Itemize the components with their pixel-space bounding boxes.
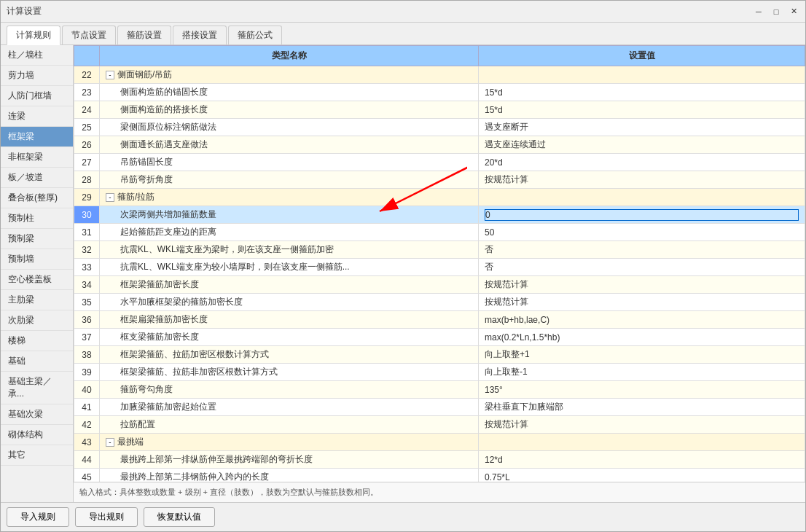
tab-stirrup-formula[interactable]: 箍筋公式 <box>228 26 282 44</box>
row-value: 向上取整-1 <box>479 364 805 381</box>
row-label: 吊筋锚固长度 <box>100 154 479 171</box>
row-number: 40 <box>74 381 100 399</box>
row-label: -箍筋/拉筋 <box>100 189 479 206</box>
sidebar-item-stair[interactable]: 楼梯 <box>1 331 73 351</box>
row-label: 起始箍筋距支座边的距离 <box>100 224 479 241</box>
sidebar-item-column[interactable]: 柱／墙柱 <box>1 45 73 66</box>
sidebar-item-precast-beam[interactable]: 预制梁 <box>1 229 73 249</box>
row-number: 24 <box>74 101 100 119</box>
import-rules-button[interactable]: 导入规则 <box>7 507 69 527</box>
tab-overlap-settings[interactable]: 搭接设置 <box>173 26 227 44</box>
row-value: 0.75*L <box>479 469 805 482</box>
sidebar-item-others[interactable]: 其它 <box>1 445 73 466</box>
sidebar-item-blast-door[interactable]: 人防门框墙 <box>1 86 73 106</box>
row-label: 加腋梁箍筋加密起始位置 <box>100 399 479 416</box>
row-label: 水平加腋框架梁的箍筋加密长度 <box>100 294 479 311</box>
table-row: 24侧面构造筋的搭接长度15*d <box>74 101 805 119</box>
row-value: max(0.2*Ln,1.5*hb) <box>479 329 805 346</box>
sidebar: 柱／墙柱 剪力墙 人防门框墙 连梁 框架梁 非框架梁 板／坡道 叠合板(整厚) … <box>1 45 74 502</box>
row-label: 吊筋弯折角度 <box>100 171 479 189</box>
row-value: 遇支座断开 <box>479 119 805 136</box>
window-controls: ─ □ ✕ <box>753 6 799 17</box>
row-number: 27 <box>74 154 100 171</box>
row-value <box>479 189 805 206</box>
col-type-header: 类型名称 <box>100 46 479 66</box>
row-number: 22 <box>74 66 100 84</box>
row-number: 45 <box>74 469 100 482</box>
minimize-button[interactable]: ─ <box>753 6 764 17</box>
table-row: 42拉筋配置按规范计算 <box>74 416 805 434</box>
sidebar-item-coupling-beam[interactable]: 连梁 <box>1 106 73 127</box>
table-row: 34框架梁箍筋加密长度按规范计算 <box>74 276 805 294</box>
collapse-icon[interactable]: - <box>106 71 114 79</box>
sidebar-item-slab[interactable]: 板／坡道 <box>1 168 73 188</box>
row-label: 侧面构造筋的锚固长度 <box>100 84 479 101</box>
sidebar-item-non-frame-beam[interactable]: 非框架梁 <box>1 147 73 168</box>
table-row: 35水平加腋框架梁的箍筋加密长度按规范计算 <box>74 294 805 311</box>
row-number: 38 <box>74 346 100 364</box>
row-number: 23 <box>74 84 100 101</box>
table-row: 29-箍筋/拉筋 <box>74 189 805 206</box>
row-number: 26 <box>74 136 100 154</box>
row-value: 向上取整+1 <box>479 346 805 364</box>
row-label: 箍筋弯勾角度 <box>100 381 479 399</box>
maximize-button[interactable]: □ <box>770 6 782 17</box>
row-number: 44 <box>74 451 100 469</box>
sidebar-item-masonry[interactable]: 砌体结构 <box>1 425 73 445</box>
table-row: 45最挑跨上部第二排钢筋伸入跨内的长度0.75*L <box>74 469 805 482</box>
table-row: 44最挑跨上部第一排纵筋伸至最挑跨端部的弯折长度12*d <box>74 451 805 469</box>
row-value-input[interactable] <box>485 209 799 221</box>
sidebar-item-precast-column[interactable]: 预制柱 <box>1 208 73 229</box>
row-value <box>479 434 805 451</box>
row-label: 最挑跨上部第二排钢筋伸入跨内的长度 <box>100 469 479 482</box>
row-label: 抗震KL、WKL端支座为较小墙厚时，则在该支座一侧箍筋... <box>100 259 479 276</box>
table-row: 27吊筋锚固长度20*d <box>74 154 805 171</box>
restore-defaults-button[interactable]: 恢复默认值 <box>144 507 215 527</box>
row-label: 抗震KL、WKL端支座为梁时，则在该支座一侧箍筋加密 <box>100 241 479 259</box>
tab-bar: 计算规则 节点设置 箍筋设置 搭接设置 箍筋公式 <box>1 23 805 45</box>
collapse-icon[interactable]: - <box>106 193 114 202</box>
row-value[interactable] <box>479 206 805 224</box>
sidebar-item-composite-slab[interactable]: 叠合板(整厚) <box>1 188 73 208</box>
table-row: 37框支梁箍筋加密长度max(0.2*Ln,1.5*hb) <box>74 329 805 346</box>
close-button[interactable]: ✕ <box>788 6 799 17</box>
row-number: 35 <box>74 294 100 311</box>
table-row: 36框架扁梁箍筋加密长度max(b+hb,lae,C) <box>74 311 805 329</box>
row-value: 否 <box>479 259 805 276</box>
row-number: 31 <box>74 224 100 241</box>
row-value: 50 <box>479 224 805 241</box>
sidebar-item-foundation-secondary-beam[interactable]: 基础次梁 <box>1 404 73 425</box>
row-value: 梁柱垂直下加腋端部 <box>479 399 805 416</box>
title-bar: 计算设置 ─ □ ✕ <box>1 1 805 23</box>
row-value: max(b+hb,lae,C) <box>479 311 805 329</box>
sidebar-item-foundation-main-beam[interactable]: 基础主梁／承... <box>1 372 73 404</box>
footer-buttons: 导入规则 导出规则 恢复默认值 <box>1 502 805 531</box>
sidebar-item-shear-wall[interactable]: 剪力墙 <box>1 66 73 86</box>
row-label: 框支梁箍筋加密长度 <box>100 329 479 346</box>
tab-stirrup-settings[interactable]: 箍筋设置 <box>117 26 171 44</box>
row-number: 41 <box>74 399 100 416</box>
table-row: 31起始箍筋距支座边的距离50 <box>74 224 805 241</box>
sidebar-item-foundation[interactable]: 基础 <box>1 351 73 372</box>
sidebar-item-frame-beam[interactable]: 框架梁 <box>1 127 73 147</box>
table-row: 25梁侧面原位标注钢筋做法遇支座断开 <box>74 119 805 136</box>
tab-node-settings[interactable]: 节点设置 <box>62 26 116 44</box>
table-row: 33抗震KL、WKL端支座为较小墙厚时，则在该支座一侧箍筋...否 <box>74 259 805 276</box>
table-row: 40箍筋弯勾角度135° <box>74 381 805 399</box>
row-label: 框架梁箍筋、拉筋非加密区根数计算方式 <box>100 364 479 381</box>
col-num-header <box>74 46 100 66</box>
table-row: 43-最挑端 <box>74 434 805 451</box>
row-value: 135° <box>479 381 805 399</box>
sidebar-item-hollow-slab[interactable]: 空心楼盖板 <box>1 270 73 290</box>
row-number: 34 <box>74 276 100 294</box>
tab-calculate-rules[interactable]: 计算规则 <box>7 26 60 45</box>
export-rules-button[interactable]: 导出规则 <box>75 507 138 527</box>
row-label: -侧面钢筋/吊筋 <box>100 66 479 84</box>
main-window: 计算设置 ─ □ ✕ 计算规则 节点设置 箍筋设置 搭接设置 箍筋公式 柱／墙柱… <box>0 0 806 532</box>
row-value: 15*d <box>479 101 805 119</box>
sidebar-item-precast-wall[interactable]: 预制墙 <box>1 249 73 270</box>
sidebar-item-main-rib[interactable]: 主肋梁 <box>1 290 73 310</box>
settings-table: 类型名称 设置值 22-侧面钢筋/吊筋23侧面构造筋的锚固长度15*d24侧面构… <box>74 45 805 482</box>
collapse-icon[interactable]: - <box>106 438 114 447</box>
sidebar-item-secondary-rib[interactable]: 次肋梁 <box>1 310 73 331</box>
